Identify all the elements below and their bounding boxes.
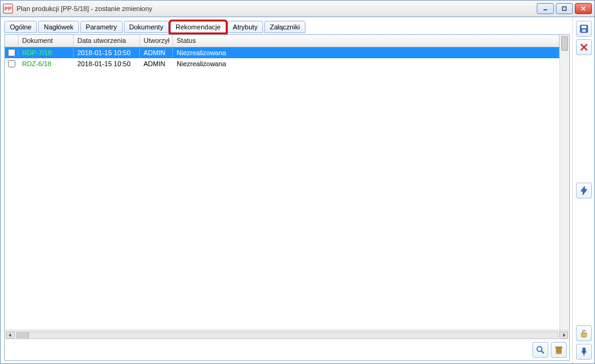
scroll-left-icon[interactable]	[6, 332, 15, 339]
grid-body: RDP-7/18 2018-01-15 10:50 ADMIN Niezreal…	[5, 47, 559, 69]
maximize-button[interactable]	[556, 3, 573, 14]
trash-icon	[554, 345, 564, 355]
cell-utworzyl: ADMIN	[140, 48, 173, 58]
grid-wrap: Dokument Data utworzenia Utworzył Status…	[5, 35, 569, 330]
scroll-right-icon[interactable]	[559, 332, 568, 339]
col-header-utworzyl[interactable]: Utworzył	[140, 35, 173, 47]
grid: Dokument Data utworzenia Utworzył Status…	[5, 35, 559, 330]
horizontal-scrollbar[interactable]	[5, 330, 569, 339]
lightning-icon	[579, 186, 589, 195]
cell-data: 2018-01-15 10:50	[74, 59, 140, 69]
tab-label: Rekomendacje	[175, 23, 220, 31]
tab-dokumenty[interactable]: Dokumenty	[124, 21, 169, 33]
svg-marker-18	[581, 186, 587, 195]
grid-header: Dokument Data utworzenia Utworzył Status	[5, 35, 559, 47]
cell-utworzyl: ADMIN	[140, 59, 173, 69]
tab-atrybuty[interactable]: Atrybuty	[228, 21, 263, 33]
window-close-button[interactable]	[575, 3, 592, 14]
svg-marker-5	[563, 333, 566, 337]
table-row[interactable]: RDP-7/18 2018-01-15 10:50 ADMIN Niezreal…	[5, 47, 559, 58]
tab-label: Nagłówek	[44, 23, 73, 31]
tab-label: Ogólne	[10, 23, 31, 31]
col-header-data[interactable]: Data utworzenia	[74, 35, 140, 47]
delete-button[interactable]	[551, 342, 567, 358]
tab-parametry[interactable]: Parametry	[80, 21, 123, 33]
cell-data: 2018-01-15 10:50	[74, 48, 140, 58]
search-icon	[536, 345, 545, 355]
tab-label: Dokumenty	[129, 23, 164, 31]
titlebar: PP Plan produkcji [PP-5/18] - zostanie z…	[0, 0, 595, 17]
right-toolbar	[572, 17, 594, 363]
bottom-toolbar	[5, 339, 569, 360]
save-icon	[579, 24, 589, 34]
row-checkbox[interactable]	[8, 60, 15, 67]
tab-ogolne[interactable]: Ogólne	[4, 21, 37, 33]
cell-dokument: RDZ-6/18	[22, 60, 52, 67]
minimize-button[interactable]	[537, 3, 554, 14]
svg-rect-19	[582, 333, 586, 337]
lock-button[interactable]	[576, 325, 592, 341]
tab-strip: Ogólne Nagłówek Parametry Dokumenty Reko…	[4, 21, 570, 33]
svg-point-6	[537, 347, 542, 352]
pin-button[interactable]	[576, 344, 592, 360]
svg-rect-20	[583, 348, 585, 352]
table-row[interactable]: RDZ-6/18 2018-01-15 10:50 ADMIN Niezreal…	[5, 58, 559, 69]
cell-status: Niezrealizowana	[173, 59, 559, 69]
action-button[interactable]	[576, 183, 592, 199]
tab-label: Parametry	[86, 23, 117, 31]
svg-line-7	[542, 351, 544, 354]
left-area: Ogólne Nagłówek Parametry Dokumenty Reko…	[1, 17, 572, 363]
svg-rect-1	[562, 7, 566, 10]
close-icon	[579, 42, 589, 52]
cell-dokument: RDP-7/18	[22, 49, 52, 56]
col-header-checkbox[interactable]	[5, 35, 18, 47]
row-checkbox[interactable]	[8, 49, 15, 56]
tab-label: Załączniki	[270, 23, 300, 31]
content-panel: Dokument Data utworzenia Utworzył Status…	[4, 34, 570, 361]
window-title: Plan produkcji [PP-5/18] - zostanie zmie…	[17, 5, 537, 12]
svg-rect-15	[582, 29, 586, 32]
vertical-scrollbar[interactable]	[559, 35, 569, 330]
scrollbar-thumb[interactable]	[561, 36, 568, 51]
body-area: Ogólne Nagłówek Parametry Dokumenty Reko…	[0, 17, 595, 364]
scrollbar-track[interactable]	[16, 332, 558, 339]
tab-naglowek[interactable]: Nagłówek	[38, 21, 79, 33]
svg-rect-14	[582, 26, 586, 28]
svg-marker-21	[582, 352, 586, 354]
tab-label: Atrybuty	[233, 23, 258, 31]
window-buttons	[537, 3, 592, 14]
pin-icon	[579, 347, 589, 357]
svg-rect-9	[556, 347, 562, 348]
app-icon: PP	[3, 4, 13, 13]
col-header-dokument[interactable]: Dokument	[18, 35, 74, 47]
lock-icon	[579, 328, 589, 338]
scrollbar-thumb[interactable]	[17, 332, 29, 338]
save-button[interactable]	[576, 21, 592, 37]
close-button[interactable]	[576, 39, 592, 55]
col-header-status[interactable]: Status	[173, 35, 559, 47]
search-button[interactable]	[532, 342, 548, 358]
tab-rekomendacje[interactable]: Rekomendacje	[170, 21, 226, 33]
svg-marker-4	[9, 333, 11, 337]
cell-status: Niezrealizowana	[173, 48, 559, 58]
tab-zalaczniki[interactable]: Załączniki	[264, 21, 305, 33]
